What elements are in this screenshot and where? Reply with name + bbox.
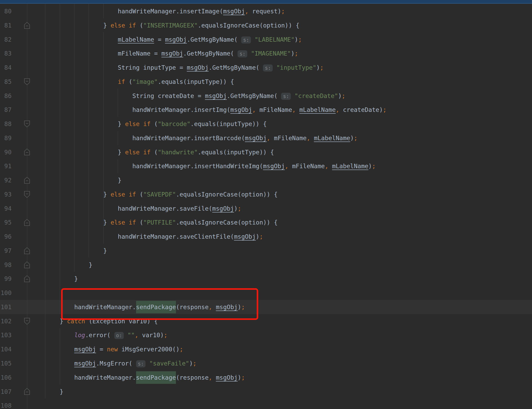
line-number[interactable]: 102 (0, 314, 12, 328)
code-token: mFileName = (31, 50, 162, 57)
code-token: } (31, 149, 125, 156)
code-token: } (31, 388, 63, 395)
line-number[interactable]: 80 (0, 4, 12, 18)
line-number[interactable]: 105 (0, 356, 12, 370)
code-line-80[interactable]: handWriteManager.insertImage(msgObj, req… (31, 4, 285, 18)
line-number[interactable]: 106 (0, 370, 12, 385)
code-token: , (292, 106, 296, 113)
line-number[interactable]: 103 (0, 328, 12, 342)
code-line-90[interactable]: } else if ("handwrite".equals(inputType)… (31, 145, 274, 159)
code-line-94[interactable]: handWriteManager.saveFile(msgObj); (31, 201, 241, 216)
code-line-96[interactable]: handWriteManager.saveClientFile(msgObj); (31, 230, 263, 244)
code-line-103[interactable]: log.error( o: "", var10); (31, 328, 168, 342)
line-number[interactable]: 95 (0, 215, 12, 230)
fold-marker-collapse-icon[interactable] (24, 149, 30, 155)
fold-marker-collapse-icon[interactable] (24, 261, 30, 268)
line-number[interactable]: 83 (0, 46, 12, 61)
code-token: else (111, 191, 125, 198)
fold-marker-collapse-icon[interactable] (24, 177, 30, 184)
code-token: ; (281, 8, 285, 15)
line-number[interactable]: 100 (0, 286, 12, 300)
line-number[interactable]: 108 (0, 399, 12, 409)
code-token (139, 121, 143, 127)
code-token: .GetMsgByName( (227, 92, 281, 99)
line-number[interactable]: 82 (0, 32, 12, 47)
fold-marker-collapse-icon[interactable] (24, 22, 30, 29)
line-number[interactable]: 98 (0, 258, 12, 272)
code-token (291, 92, 294, 99)
code-token: = (96, 346, 107, 353)
line-number[interactable]: 99 (0, 272, 12, 286)
line-number[interactable]: 96 (0, 230, 12, 244)
code-line-98[interactable]: } (31, 258, 92, 272)
code-token: if (143, 149, 151, 156)
fold-marker-collapse-icon[interactable] (24, 247, 30, 254)
fold-marker-collapse-icon[interactable] (24, 121, 30, 127)
code-token: .equals(inputType)) { (158, 78, 234, 85)
code-token: if (118, 78, 125, 85)
code-token: .MsgError( (96, 360, 136, 367)
line-number[interactable]: 97 (0, 244, 12, 258)
code-line-95[interactable]: } else if ("PUTFILE".equalsIgnoreCase(op… (31, 215, 278, 230)
parameter-hint-badge: s: (241, 36, 251, 43)
code-line-83[interactable]: mFileName = msgObj.GetMsgByName( s: "IMA… (31, 46, 298, 61)
code-token: "saveFaile" (149, 360, 189, 367)
fold-marker-collapse-icon[interactable] (24, 388, 30, 395)
ide-editor-window: 8081828384858687888990919293949596979899… (0, 0, 532, 409)
line-number[interactable]: 91 (0, 159, 12, 173)
code-token: ; (354, 135, 357, 141)
code-line-81[interactable]: } else if ("INSERTIMAGEEX".equalsIgnoreC… (31, 18, 299, 32)
code-editor[interactable]: 8081828384858687888990919293949596979899… (0, 0, 532, 409)
code-token: handWriteManager.insertImage( (31, 8, 223, 15)
code-token: .equalsIgnoreCase(option)) { (198, 22, 299, 29)
line-number[interactable]: 84 (0, 61, 12, 75)
code-line-85[interactable]: if ("image".equals(inputType)) { (31, 75, 234, 89)
code-line-89[interactable]: handWriteManager.insertBarcode(msgObj, m… (31, 131, 357, 145)
code-line-92[interactable]: } (31, 173, 121, 187)
line-number[interactable]: 87 (0, 103, 12, 117)
code-token: String createDate = (31, 92, 205, 99)
line-number[interactable]: 88 (0, 117, 12, 131)
line-number[interactable]: 86 (0, 89, 12, 103)
code-token (31, 346, 74, 353)
code-line-105[interactable]: msgObj.MsgError( s: "saveFaile"); (31, 356, 196, 370)
code-token: iMsgServer2000() (118, 346, 179, 353)
code-line-106[interactable]: handWriteManager.sendPackage(response, m… (31, 370, 245, 385)
line-number[interactable]: 85 (0, 75, 12, 89)
code-token: handWriteManager. (31, 374, 136, 381)
code-line-86[interactable]: String createDate = msgObj.GetMsgByName(… (31, 89, 345, 103)
code-token: mFileName (270, 135, 307, 141)
line-number[interactable]: 93 (0, 187, 12, 201)
code-line-107[interactable]: } (31, 385, 63, 399)
fold-marker-collapse-icon[interactable] (24, 191, 30, 198)
code-line-82[interactable]: mLabelName = msgObj.GetMsgByName( s: "LA… (31, 32, 302, 47)
code-token (124, 332, 127, 339)
line-number[interactable]: 104 (0, 342, 12, 356)
line-number[interactable]: 81 (0, 18, 12, 32)
code-token: if (143, 121, 151, 127)
fold-marker-collapse-icon[interactable] (24, 78, 30, 85)
code-token: if (129, 191, 136, 198)
code-line-99[interactable]: } (31, 272, 78, 286)
code-line-87[interactable]: handWriteManager.insertImg(msgObj, mFile… (31, 103, 386, 117)
search-match-highlight: sendPackage (136, 371, 176, 384)
code-token: createDate) (339, 106, 383, 113)
fold-marker-collapse-icon[interactable] (24, 318, 30, 325)
code-line-88[interactable]: } else if ("barcode".equals(inputType)) … (31, 117, 267, 131)
code-line-91[interactable]: handWriteManager.insertHandWriteImg(msgO… (31, 159, 376, 173)
fold-marker-collapse-icon[interactable] (24, 275, 30, 282)
code-line-104[interactable]: msgObj = new iMsgServer2000(); (31, 342, 183, 356)
line-number[interactable]: 94 (0, 201, 12, 216)
line-number[interactable]: 101 (0, 300, 12, 314)
line-number[interactable]: 92 (0, 173, 12, 187)
parameter-hint-badge: o: (114, 332, 124, 339)
code-token (146, 360, 149, 367)
line-number[interactable]: 89 (0, 131, 12, 145)
code-line-97[interactable]: } (31, 244, 107, 258)
code-token: ) (234, 205, 238, 212)
code-line-84[interactable]: String inputType = msgObj.GetMsgByName( … (31, 61, 324, 75)
code-line-93[interactable]: } else if ("SAVEPDF".equalsIgnoreCase(op… (31, 187, 278, 201)
line-number[interactable]: 107 (0, 385, 12, 399)
line-number[interactable]: 90 (0, 145, 12, 159)
fold-marker-collapse-icon[interactable] (24, 219, 30, 226)
